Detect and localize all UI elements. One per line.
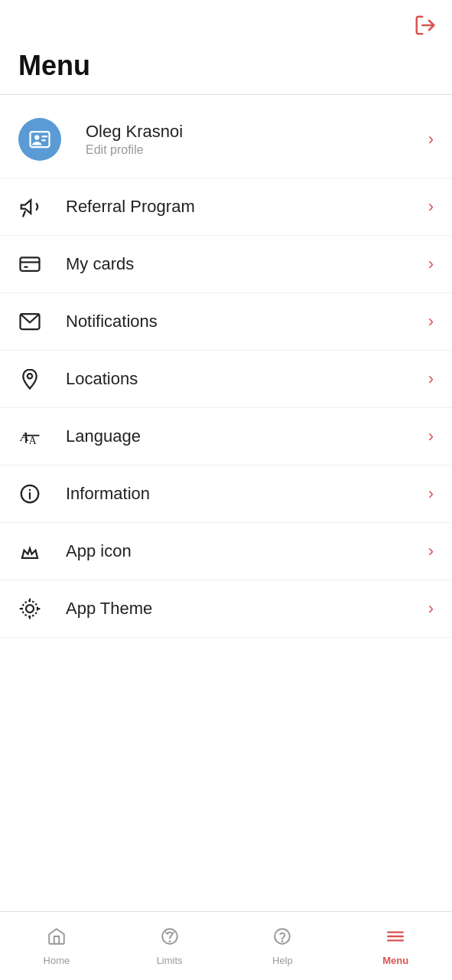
avatar	[18, 118, 61, 161]
nav-limits[interactable]: Limits	[113, 926, 226, 966]
profile-name: Oleg Krasnoi	[86, 122, 428, 142]
mycards-item[interactable]: My cards ›	[0, 236, 452, 293]
chevron-right-icon: ›	[428, 254, 434, 274]
top-bar	[0, 0, 452, 50]
chevron-right-icon: ›	[428, 541, 434, 561]
apptheme-label: App Theme	[66, 599, 152, 618]
location-icon	[18, 368, 54, 390]
svg-text:A: A	[20, 429, 29, 444]
notifications-text: Notifications	[66, 312, 428, 332]
limits-icon	[160, 926, 180, 952]
language-item[interactable]: A A Language ›	[0, 408, 452, 466]
svg-point-10	[28, 374, 32, 378]
logout-icon[interactable]	[414, 14, 437, 42]
information-label: Information	[66, 484, 150, 503]
notifications-item[interactable]: Notifications ›	[0, 293, 452, 351]
profile-icon	[28, 128, 51, 151]
locations-text: Locations	[66, 369, 428, 389]
chevron-right-icon: ›	[428, 599, 434, 619]
appicon-label: App icon	[66, 541, 132, 560]
svg-point-17	[29, 489, 30, 490]
crown-icon	[18, 540, 54, 563]
page-title: Menu	[0, 50, 452, 94]
help-icon	[272, 926, 292, 952]
nav-home-label: Home	[44, 955, 70, 966]
svg-point-2	[34, 135, 39, 139]
locations-item[interactable]: Locations ›	[0, 351, 452, 408]
mycards-label: My cards	[66, 254, 134, 273]
profile-text: Oleg Krasnoi Edit profile	[86, 122, 428, 157]
referral-label: Referral Program	[66, 197, 195, 216]
card-icon	[18, 253, 54, 276]
profile-item[interactable]: Oleg Krasnoi Edit profile ›	[0, 101, 452, 178]
svg-point-19	[22, 601, 37, 616]
nav-help[interactable]: Help	[226, 926, 340, 966]
home-icon	[47, 926, 67, 952]
nav-home[interactable]: Home	[0, 926, 113, 966]
chevron-right-icon: ›	[428, 369, 434, 389]
language-text: Language	[66, 426, 428, 446]
appicon-item[interactable]: App icon ›	[0, 523, 452, 580]
mycards-text: My cards	[66, 254, 428, 274]
information-text: Information	[66, 484, 428, 504]
svg-line-5	[23, 211, 25, 216]
chevron-right-icon: ›	[428, 312, 434, 332]
language-label: Language	[66, 426, 141, 446]
nav-help-label: Help	[272, 955, 293, 966]
svg-text:A: A	[29, 435, 37, 446]
chevron-right-icon: ›	[428, 484, 434, 504]
apptheme-item[interactable]: App Theme ›	[0, 580, 452, 638]
menu-list: Oleg Krasnoi Edit profile › Referral Pro…	[0, 101, 452, 638]
notifications-label: Notifications	[66, 312, 158, 331]
svg-point-18	[26, 605, 34, 612]
chevron-right-icon: ›	[428, 426, 434, 446]
divider	[0, 94, 452, 95]
chevron-right-icon: ›	[428, 197, 434, 217]
info-icon	[18, 482, 54, 505]
information-item[interactable]: Information ›	[0, 466, 452, 523]
svg-rect-6	[21, 257, 40, 271]
nav-limits-label: Limits	[157, 955, 183, 966]
referral-text: Referral Program	[66, 197, 428, 217]
megaphone-icon	[18, 195, 54, 218]
referral-item[interactable]: Referral Program ›	[0, 178, 452, 236]
profile-sub: Edit profile	[86, 143, 428, 157]
theme-icon	[18, 597, 54, 620]
apptheme-text: App Theme	[66, 599, 428, 619]
menu-icon	[385, 926, 405, 952]
appicon-text: App icon	[66, 541, 428, 561]
chevron-right-icon: ›	[428, 129, 434, 149]
bottom-nav: Home Limits Help	[0, 911, 452, 980]
nav-menu[interactable]: Menu	[339, 926, 452, 966]
language-icon: A A	[18, 425, 54, 448]
nav-menu-label: Menu	[382, 955, 408, 966]
envelope-icon	[18, 310, 54, 333]
locations-label: Locations	[66, 369, 138, 388]
